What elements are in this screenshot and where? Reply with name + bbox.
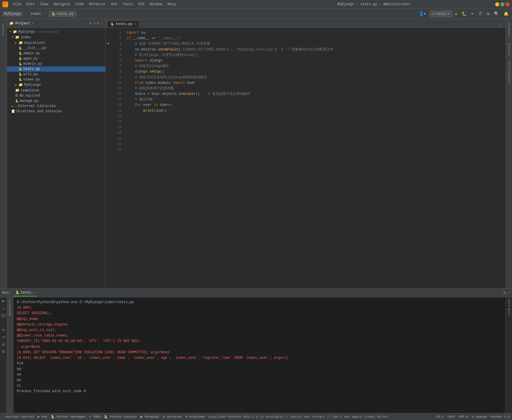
status-encoding[interactable]: UTF-8 [459, 415, 468, 419]
menu-bar: File Edit View Navigate Code Refactor Ru… [10, 2, 253, 7]
menu-refactor[interactable]: Refactor [87, 2, 108, 7]
tree-item-db[interactable]: 🗄 db.sqlite3 [7, 93, 105, 98]
menu-file[interactable]: File [10, 2, 24, 7]
code-line-16: # 获取所有用户的查询集 [127, 86, 506, 91]
menu-help[interactable]: Help [165, 2, 178, 7]
tree-item-tests[interactable]: 🐍 tests.py [7, 66, 105, 72]
menu-window[interactable]: Window [147, 2, 165, 7]
menu-view[interactable]: View [38, 2, 51, 7]
output-line-sql2: @@sql_mode, [17, 316, 502, 322]
bottom-tab-tests[interactable]: 🐍 tests ✕ [13, 289, 37, 296]
left-strip-label[interactable]: Project [2, 23, 5, 35]
tree-label-urls: urls.py [23, 72, 38, 76]
update-icon[interactable]: 🔔 [502, 11, 510, 17]
editor-area: 🐍 tests.py ✕ ✓ ▶ 12345 678910 1112131415… [106, 19, 506, 288]
debug-button[interactable]: 🐛 [460, 11, 468, 17]
file-saved-indicator: ✓ [500, 23, 502, 28]
menu-edit[interactable]: Edit [24, 2, 37, 7]
run-stop-icon[interactable]: ⬛ [1, 314, 6, 318]
breadcrumb-index[interactable]: index [30, 12, 41, 16]
menu-code[interactable]: Code [73, 2, 86, 7]
run-config-button[interactable]: ▶ tests ▾ [430, 10, 453, 17]
tree-item-views[interactable]: 🐍 views.py [7, 77, 105, 82]
run-print-icon[interactable]: 🖨 [2, 342, 5, 347]
coverage-button[interactable]: ☂ [470, 11, 475, 17]
profile-icon[interactable]: 👤▾ [418, 11, 427, 17]
tree-item-apps[interactable]: 🐍 apps.py [7, 56, 105, 61]
status-run[interactable]: ▶ Run [38, 415, 47, 419]
close-button[interactable]: ✕ [506, 2, 510, 6]
window-title: MyDjango - tests.py - Administrator [253, 2, 495, 6]
menu-navigate[interactable]: Navigate [51, 2, 73, 7]
tree-item-models[interactable]: 🐍 models.py [7, 61, 105, 66]
project-panel-header: 📁 Project ▾ ⊞ ≡ ⚙ — [7, 19, 105, 28]
settings-button[interactable]: ⚙ [486, 11, 491, 17]
line-numbers: 12345 678910 1112131415 1617181920 2122 [111, 28, 124, 288]
sciview-label[interactable]: SciView [507, 43, 511, 55]
run-rerun-icon[interactable]: ↺ [2, 306, 4, 311]
tree-item-mydjango-inner[interactable]: ▶ 📁 MyDjango [7, 82, 105, 88]
run-button[interactable]: ▶ [455, 11, 458, 17]
run-collapse-icon[interactable]: — [508, 291, 510, 295]
run-trash-icon[interactable]: 🗑 [2, 350, 5, 354]
menu-vcs[interactable]: VCS [136, 2, 147, 7]
status-python-packages[interactable]: 🐍 Python Packages [51, 415, 86, 419]
status-services[interactable]: ⚙ Services [163, 415, 182, 419]
panel-icon-3[interactable]: ⚙ [97, 21, 99, 26]
panel-dropdown-icon[interactable]: ▾ [32, 21, 34, 25]
tree-label-init: __init__.py [23, 46, 46, 50]
run-settings-icon[interactable]: ⚙ [503, 290, 506, 295]
folder-icon-mydjango: 📁 [13, 30, 17, 34]
status-problems[interactable]: ⊗ Problems [185, 415, 205, 419]
maximize-button[interactable]: □ [500, 2, 504, 6]
bookmarks-label[interactable]: Bookmarks [8, 300, 12, 315]
output-line-sql5: @@lower_case_table_names, [17, 333, 502, 338]
status-crlf[interactable]: CRLF [448, 415, 455, 419]
tab-close-icon[interactable]: ✕ [134, 22, 136, 26]
editor-tab-tests[interactable]: 🐍 tests.py ✕ [107, 20, 140, 28]
status-position[interactable]: 22:1 [436, 415, 444, 419]
profile-button[interactable]: ⏱ [477, 11, 484, 17]
run-filter-icon[interactable]: ⊞ [2, 328, 4, 332]
status-vcs[interactable]: ⑂ Version Control [2, 415, 34, 419]
menu-run[interactable]: Run [109, 2, 120, 7]
tree-item-templates[interactable]: 📁 templates [7, 88, 105, 93]
run-scroll-icon[interactable]: ↕ [2, 321, 4, 325]
tree-item-admin[interactable]: 🐍 admin.py [7, 51, 105, 56]
chevron-mydjango-inner: ▶ [15, 83, 17, 87]
notifications-label[interactable]: Notifications [507, 61, 511, 84]
tab-file-icon: 🐍 [111, 22, 114, 26]
status-indent[interactable]: 4 spaces [472, 415, 487, 419]
breadcrumb-file[interactable]: 🐍 tests.py [49, 11, 77, 17]
tree-item-mydjango[interactable]: ▼ 📁 MyDjango D:\MyDjango [7, 29, 105, 35]
bookmarks-strip: Bookmarks [7, 297, 13, 413]
minimize-button[interactable]: ─ [495, 2, 499, 6]
tree-item-scratches[interactable]: 📝 Scratches and Consoles [7, 109, 105, 114]
status-todo[interactable]: ≡ TODO [89, 415, 101, 419]
output-line-kid: kid [17, 361, 502, 366]
database-label[interactable]: Database [507, 23, 511, 37]
panel-icon-1[interactable]: ⊞ [89, 21, 91, 26]
panel-icon-4[interactable]: — [101, 21, 103, 26]
run-tab-close[interactable]: ✕ [33, 291, 34, 294]
code-editor[interactable]: import os if __name__ == "__main__": # 设… [124, 28, 506, 288]
menu-tools[interactable]: Tools [120, 2, 135, 7]
tab-label: tests.py [116, 22, 133, 26]
project-breadcrumb[interactable]: MyDjango [2, 11, 23, 17]
run-config-label: tests [436, 12, 446, 16]
tree-item-urls[interactable]: 🐍 urls.py [7, 72, 105, 77]
run-wrap-icon[interactable]: ⟲ [2, 335, 5, 339]
tree-item-migrations[interactable]: ▶ 📁 migrations [7, 40, 105, 46]
search-button[interactable]: 🔍 [493, 11, 500, 17]
panel-icon-2[interactable]: ≡ [93, 21, 95, 26]
status-python-version[interactable]: Python 3.8 [491, 415, 510, 419]
run-play-icon[interactable]: ▶ [2, 298, 4, 303]
tree-item-external[interactable]: ▶ ⋯ External Libraries [7, 104, 105, 109]
tree-item-manage[interactable]: 🐍 manage.py [7, 98, 105, 104]
status-python-console[interactable]: 🐍 Python Console [104, 415, 137, 419]
tree-item-init[interactable]: 🐍 __init__.py [7, 46, 105, 51]
status-terminal[interactable]: ▣ Terminal [140, 415, 159, 419]
tree-item-index[interactable]: ▼ 📁 index [7, 35, 105, 40]
word-book-label[interactable]: Word Book [507, 300, 511, 315]
title-bar: File Edit View Navigate Code Refactor Ru… [0, 0, 512, 9]
